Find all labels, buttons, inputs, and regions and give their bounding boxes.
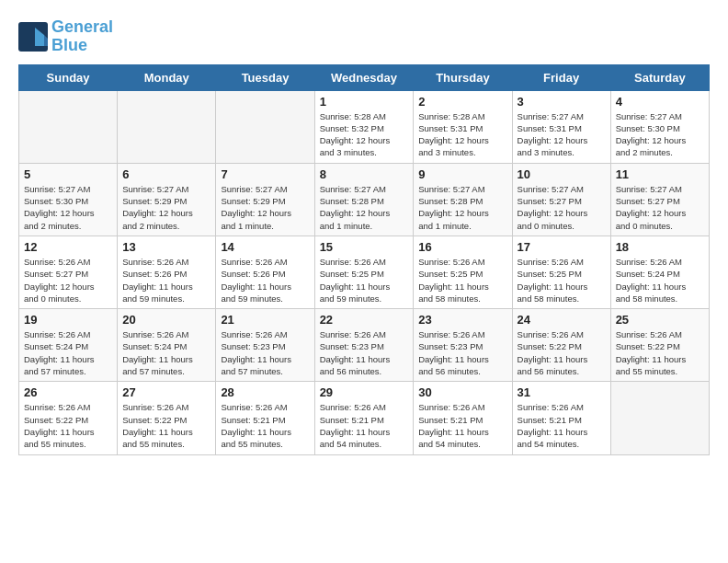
day-number: 6 [122,167,210,181]
day-info: Sunrise: 5:26 AM Sunset: 5:24 PM Dayligh… [24,328,112,377]
day-cell: 11Sunrise: 5:27 AM Sunset: 5:27 PM Dayli… [610,163,709,236]
day-info: Sunrise: 5:27 AM Sunset: 5:27 PM Dayligh… [616,183,704,232]
day-cell: 30Sunrise: 5:26 AM Sunset: 5:21 PM Dayli… [414,382,512,454]
day-cell: 5Sunrise: 5:27 AM Sunset: 5:30 PM Daylig… [19,163,118,236]
day-number: 10 [518,167,606,181]
day-number: 11 [616,167,704,181]
day-info: Sunrise: 5:26 AM Sunset: 5:25 PM Dayligh… [320,256,409,304]
day-cell: 1Sunrise: 5:28 AM Sunset: 5:32 PM Daylig… [314,90,414,163]
day-cell: 26Sunrise: 5:26 AM Sunset: 5:22 PM Dayli… [19,382,118,454]
day-cell: 23Sunrise: 5:26 AM Sunset: 5:23 PM Dayli… [414,309,512,382]
weekday-saturday: Saturday [610,64,709,90]
day-cell [216,90,314,163]
day-info: Sunrise: 5:26 AM Sunset: 5:21 PM Dayligh… [320,401,409,450]
day-cell: 10Sunrise: 5:27 AM Sunset: 5:27 PM Dayli… [512,163,610,236]
day-cell: 25Sunrise: 5:26 AM Sunset: 5:22 PM Dayli… [610,309,709,382]
logo-text: General Blue [51,18,113,55]
day-cell [118,90,216,163]
week-row-5: 26Sunrise: 5:26 AM Sunset: 5:22 PM Dayli… [19,382,710,454]
day-number: 26 [24,385,112,399]
day-number: 9 [418,167,506,181]
day-info: Sunrise: 5:26 AM Sunset: 5:22 PM Dayligh… [518,328,606,377]
day-info: Sunrise: 5:26 AM Sunset: 5:23 PM Dayligh… [320,328,409,377]
day-info: Sunrise: 5:27 AM Sunset: 5:28 PM Dayligh… [418,183,506,232]
day-cell: 14Sunrise: 5:26 AM Sunset: 5:26 PM Dayli… [216,236,314,308]
day-info: Sunrise: 5:27 AM Sunset: 5:28 PM Dayligh… [320,183,409,232]
weekday-sunday: Sunday [19,64,118,90]
logo-line1: General [51,18,113,37]
day-cell: 27Sunrise: 5:26 AM Sunset: 5:22 PM Dayli… [118,382,216,454]
day-info: Sunrise: 5:26 AM Sunset: 5:21 PM Dayligh… [518,401,606,450]
weekday-thursday: Thursday [414,64,512,90]
day-cell: 3Sunrise: 5:27 AM Sunset: 5:31 PM Daylig… [512,90,610,163]
day-cell: 6Sunrise: 5:27 AM Sunset: 5:29 PM Daylig… [118,163,216,236]
day-number: 2 [418,95,506,109]
weekday-friday: Friday [512,64,610,90]
day-cell: 13Sunrise: 5:26 AM Sunset: 5:26 PM Dayli… [118,236,216,308]
day-info: Sunrise: 5:26 AM Sunset: 5:26 PM Dayligh… [221,256,309,304]
week-row-3: 12Sunrise: 5:26 AM Sunset: 5:27 PM Dayli… [19,236,710,308]
day-info: Sunrise: 5:26 AM Sunset: 5:23 PM Dayligh… [418,328,506,377]
day-cell: 16Sunrise: 5:26 AM Sunset: 5:25 PM Dayli… [414,236,512,308]
day-info: Sunrise: 5:26 AM Sunset: 5:25 PM Dayligh… [418,256,506,304]
day-info: Sunrise: 5:26 AM Sunset: 5:22 PM Dayligh… [24,401,112,450]
day-number: 25 [616,313,704,327]
day-info: Sunrise: 5:27 AM Sunset: 5:29 PM Dayligh… [122,183,210,232]
logo-line2: Blue [51,37,113,55]
day-info: Sunrise: 5:28 AM Sunset: 5:32 PM Dayligh… [320,110,409,159]
day-number: 7 [221,167,309,181]
day-cell: 29Sunrise: 5:26 AM Sunset: 5:21 PM Dayli… [314,382,414,454]
weekday-tuesday: Tuesday [216,64,314,90]
day-info: Sunrise: 5:26 AM Sunset: 5:21 PM Dayligh… [418,401,506,450]
day-cell: 31Sunrise: 5:26 AM Sunset: 5:21 PM Dayli… [512,382,610,454]
day-cell: 15Sunrise: 5:26 AM Sunset: 5:25 PM Dayli… [314,236,414,308]
day-cell: 9Sunrise: 5:27 AM Sunset: 5:28 PM Daylig… [414,163,512,236]
day-number: 8 [320,167,409,181]
day-cell: 2Sunrise: 5:28 AM Sunset: 5:31 PM Daylig… [414,90,512,163]
day-number: 16 [418,240,506,254]
day-number: 17 [518,240,606,254]
day-info: Sunrise: 5:26 AM Sunset: 5:27 PM Dayligh… [24,256,112,304]
day-number: 28 [221,385,309,399]
day-cell: 18Sunrise: 5:26 AM Sunset: 5:24 PM Dayli… [610,236,709,308]
day-cell: 20Sunrise: 5:26 AM Sunset: 5:24 PM Dayli… [118,309,216,382]
day-cell: 22Sunrise: 5:26 AM Sunset: 5:23 PM Dayli… [314,309,414,382]
day-info: Sunrise: 5:26 AM Sunset: 5:24 PM Dayligh… [122,328,210,377]
day-number: 22 [320,313,409,327]
day-number: 31 [518,385,606,399]
day-cell: 21Sunrise: 5:26 AM Sunset: 5:23 PM Dayli… [216,309,314,382]
day-info: Sunrise: 5:27 AM Sunset: 5:30 PM Dayligh… [616,110,704,159]
day-number: 1 [320,95,409,109]
day-number: 19 [24,313,112,327]
day-number: 5 [24,167,112,181]
day-number: 30 [418,385,506,399]
day-info: Sunrise: 5:26 AM Sunset: 5:22 PM Dayligh… [616,328,704,377]
day-info: Sunrise: 5:26 AM Sunset: 5:25 PM Dayligh… [518,256,606,304]
day-number: 29 [320,385,409,399]
day-number: 20 [122,313,210,327]
week-row-4: 19Sunrise: 5:26 AM Sunset: 5:24 PM Dayli… [19,309,710,382]
day-cell: 8Sunrise: 5:27 AM Sunset: 5:28 PM Daylig… [314,163,414,236]
page: General Blue SundayMondayTuesdayWednesda… [0,0,728,465]
day-cell [19,90,118,163]
day-number: 21 [221,313,309,327]
day-info: Sunrise: 5:26 AM Sunset: 5:23 PM Dayligh… [221,328,309,377]
day-number: 18 [616,240,704,254]
day-cell: 4Sunrise: 5:27 AM Sunset: 5:30 PM Daylig… [610,90,709,163]
week-row-2: 5Sunrise: 5:27 AM Sunset: 5:30 PM Daylig… [19,163,710,236]
day-cell [610,382,709,454]
header: General Blue [18,18,710,55]
weekday-wednesday: Wednesday [314,64,414,90]
day-number: 12 [24,240,112,254]
day-number: 24 [518,313,606,327]
day-info: Sunrise: 5:26 AM Sunset: 5:22 PM Dayligh… [122,401,210,450]
day-info: Sunrise: 5:26 AM Sunset: 5:21 PM Dayligh… [221,401,309,450]
day-info: Sunrise: 5:26 AM Sunset: 5:24 PM Dayligh… [616,256,704,304]
day-number: 4 [616,95,704,109]
week-row-1: 1Sunrise: 5:28 AM Sunset: 5:32 PM Daylig… [19,90,710,163]
day-number: 15 [320,240,409,254]
day-number: 27 [122,385,210,399]
day-cell: 7Sunrise: 5:27 AM Sunset: 5:29 PM Daylig… [216,163,314,236]
day-cell: 17Sunrise: 5:26 AM Sunset: 5:25 PM Dayli… [512,236,610,308]
day-cell: 24Sunrise: 5:26 AM Sunset: 5:22 PM Dayli… [512,309,610,382]
